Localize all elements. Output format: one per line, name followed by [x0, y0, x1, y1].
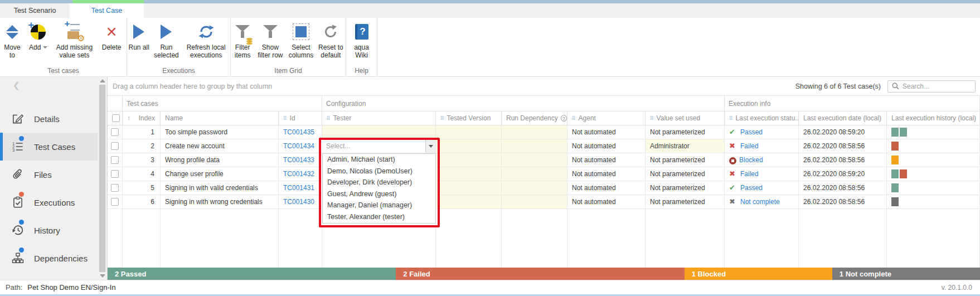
checkbox-icon[interactable]	[111, 170, 119, 178]
test-case-id-link[interactable]: TC001430	[283, 198, 314, 206]
cell-run-dependency[interactable]	[502, 167, 567, 181]
cell-tested-version[interactable]	[436, 125, 502, 139]
dropdown-option[interactable]: Manager, Daniel (manager)	[323, 200, 435, 211]
select-all-checkbox[interactable]	[108, 111, 123, 125]
dropdown-option[interactable]: Developer, Dirk (developer)	[323, 177, 435, 188]
dropdown-option[interactable]: Admin, Michael (start)	[323, 154, 435, 166]
test-case-id-link[interactable]: TC001433	[283, 156, 314, 164]
status-link[interactable]: Blocked	[739, 156, 763, 164]
help-icon[interactable]	[561, 115, 567, 122]
checkbox-icon[interactable]	[112, 114, 120, 122]
move-to-button[interactable]: Move to	[1, 20, 23, 59]
history-square[interactable]	[891, 183, 899, 192]
tester-dropdown-editor[interactable]: Select...	[322, 139, 435, 153]
status-link[interactable]: Passed	[740, 184, 763, 192]
column-header-last-execution-history[interactable]: Last execution history (local)	[887, 111, 980, 125]
add-missing-value-sets-button[interactable]: Add missing value sets	[54, 20, 96, 59]
sidebar-item-files[interactable]: Files	[0, 161, 98, 188]
checkbox-icon[interactable]	[111, 184, 119, 192]
run-all-label: Run all	[129, 43, 149, 51]
cell-tested-version[interactable]	[436, 153, 502, 167]
cell-run-dependency[interactable]	[502, 195, 567, 209]
cell-tested-version[interactable]	[436, 167, 502, 181]
dropdown-option[interactable]: Demo, Nicolas (DemoUser)	[323, 166, 435, 177]
dropdown-button[interactable]	[425, 139, 435, 153]
test-case-id-link[interactable]: TC001431	[283, 184, 314, 192]
checkbox-icon[interactable]	[111, 198, 119, 206]
table-row: 3 Wrong profile data TC001433 Not automa…	[108, 153, 980, 167]
cell-tester[interactable]	[322, 125, 436, 139]
reset-to-default-button[interactable]: Reset to default	[317, 20, 345, 59]
row-checkbox[interactable]	[108, 181, 123, 195]
dropdown-option[interactable]: Tester, Alexander (tester)	[323, 211, 435, 223]
scroll-down-icon[interactable]	[100, 274, 105, 278]
aqua-wiki-button[interactable]: aqua Wiki	[351, 20, 373, 59]
cell-tested-version[interactable]	[436, 195, 502, 209]
sidebar-item-details[interactable]: Details	[0, 105, 98, 133]
history-square[interactable]	[891, 156, 899, 164]
cell-tested-version[interactable]	[436, 139, 502, 153]
sidebar-item-test-cases[interactable]: 123 Test Cases	[0, 133, 98, 161]
history-square[interactable]	[891, 128, 899, 137]
dropdown-option[interactable]: Guest, Andrew (guest)	[323, 188, 435, 200]
showing-count-text: Showing 6 of 6 Test case(s)	[795, 83, 881, 90]
refresh-local-executions-button[interactable]: Refresh local executions	[183, 20, 229, 59]
tab-test-case[interactable]: Test Case	[70, 3, 144, 18]
select-columns-button[interactable]: Select columns	[287, 20, 314, 59]
cell-tester-editor[interactable]: Select...	[322, 139, 436, 153]
add-button[interactable]: Add	[26, 20, 51, 59]
column-header-tested-version[interactable]: Tested Version	[436, 111, 502, 125]
vertical-scrollbar[interactable]	[98, 77, 108, 280]
sidebar-item-history[interactable]: History	[0, 216, 98, 244]
test-case-id-link[interactable]: TC001432	[283, 170, 314, 178]
row-checkbox[interactable]	[108, 153, 123, 167]
run-selected-button[interactable]: Run selected	[152, 20, 181, 59]
cell-history	[887, 195, 980, 209]
sidebar-item-executions[interactable]: Executions	[0, 188, 98, 216]
status-link[interactable]: Failed	[740, 170, 759, 178]
filter-items-button[interactable]: Filter items	[232, 20, 253, 59]
test-case-id-link[interactable]: TC001434	[283, 142, 314, 150]
scroll-up-icon[interactable]	[100, 79, 105, 83]
row-checkbox[interactable]	[108, 125, 123, 139]
cell-run-dependency[interactable]	[502, 181, 567, 195]
column-header-index[interactable]: Index	[123, 111, 161, 125]
ribbon-group-label: Test cases	[0, 67, 127, 75]
cell-tested-version[interactable]	[436, 181, 502, 195]
column-header-run-dependency[interactable]: Run Dependency	[502, 111, 567, 125]
row-checkbox[interactable]	[108, 195, 123, 209]
cell-value-set[interactable]: Administrator	[646, 139, 725, 153]
checkbox-icon[interactable]	[111, 142, 119, 150]
history-square[interactable]	[900, 169, 907, 178]
status-link[interactable]: Not complete	[740, 198, 780, 206]
search-input[interactable]: Search...	[887, 80, 976, 93]
show-filter-row-button[interactable]: Show filter row	[255, 20, 285, 59]
history-square[interactable]	[891, 169, 899, 178]
cell-run-dependency[interactable]	[502, 125, 567, 139]
run-all-button[interactable]: Run all	[128, 20, 149, 59]
column-header-tester[interactable]: Tester	[322, 111, 436, 125]
status-link[interactable]: Failed	[740, 142, 759, 150]
history-square[interactable]	[891, 142, 899, 151]
column-header-last-execution-status[interactable]: Last execution statu...	[725, 111, 799, 125]
history-square[interactable]	[891, 197, 899, 206]
column-header-value-set-used[interactable]: Value set used	[646, 111, 725, 125]
checkbox-icon[interactable]	[111, 128, 119, 136]
cell-run-dependency[interactable]	[502, 153, 567, 167]
row-checkbox[interactable]	[108, 139, 123, 153]
column-header-agent[interactable]: Agent	[567, 111, 646, 125]
column-header-last-execution-date[interactable]: Last execution date (local)	[799, 111, 887, 125]
status-link[interactable]: Passed	[740, 128, 763, 136]
scrollbar-thumb[interactable]	[99, 85, 105, 272]
checkbox-icon[interactable]	[111, 156, 119, 164]
tab-test-scenario[interactable]: Test Scenario	[0, 3, 70, 18]
cell-run-dependency[interactable]	[502, 139, 567, 153]
history-square[interactable]	[900, 128, 907, 137]
row-checkbox[interactable]	[108, 167, 123, 181]
column-header-id[interactable]: Id	[279, 111, 322, 125]
test-case-id-link[interactable]: TC001435	[283, 128, 314, 136]
column-header-name[interactable]: Name	[161, 111, 279, 125]
sidebar-collapse-button[interactable]	[0, 77, 98, 94]
delete-button[interactable]: Delete	[98, 20, 125, 59]
sidebar-item-dependencies[interactable]: Dependencies	[0, 244, 98, 272]
